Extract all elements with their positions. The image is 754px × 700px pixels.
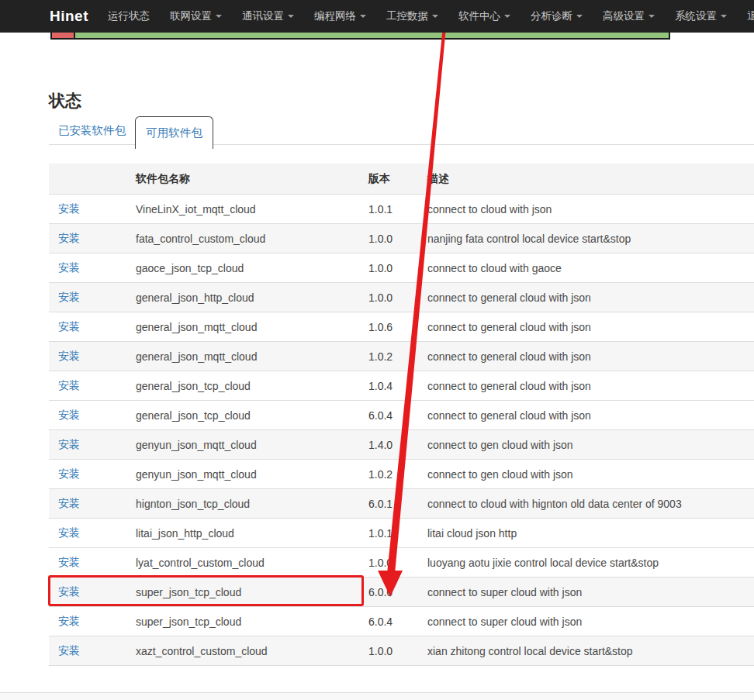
page-title: 状态 (49, 90, 81, 112)
cell-action: 安装 (49, 350, 136, 364)
caret-down-icon (288, 15, 294, 18)
cell-description: litai cloud json http (427, 527, 754, 540)
table-row-highlighted: 安装super_json_tcp_cloud6.0.6connect to su… (49, 578, 754, 607)
install-link[interactable]: 安装 (58, 379, 80, 391)
tab-installed-packages[interactable]: 已安装软件包 (58, 123, 126, 138)
table-row: 安装genyun_json_mqtt_cloud1.4.0connect to … (49, 430, 754, 460)
cell-package-name: genyun_json_mqtt_cloud (136, 439, 368, 451)
install-link[interactable]: 安装 (58, 497, 80, 509)
nav-item-label: 通讯设置 (242, 0, 284, 33)
install-link[interactable]: 安装 (58, 644, 80, 657)
cell-description: connect to general cloud with json (427, 380, 754, 392)
nav-item-label: 退出 (747, 0, 754, 33)
cell-package-name: litai_json_http_cloud (136, 527, 368, 540)
caret-down-icon (432, 15, 438, 18)
install-link[interactable]: 安装 (58, 526, 80, 539)
install-link[interactable]: 安装 (58, 438, 80, 450)
install-link[interactable]: 安装 (58, 232, 80, 244)
nav-item-系统设置[interactable]: 系统设置 (665, 0, 737, 33)
caret-down-icon (576, 15, 583, 18)
cell-version: 1.0.1 (368, 203, 427, 216)
nav-item-label: 编程网络 (314, 0, 356, 33)
cell-action: 安装 (49, 644, 136, 658)
table-body: 安装VineLinX_iot_mqtt_cloud1.0.1connect to… (49, 195, 754, 666)
cell-description: luoyang aotu jixie control local device … (427, 557, 754, 569)
table-header-row: 软件包名称 版本 描述 (49, 164, 754, 195)
cell-version: 1.0.0 (368, 291, 427, 304)
cell-action: 安装 (49, 556, 136, 570)
cell-description: connect to cloud with json (427, 203, 754, 216)
caret-down-icon (504, 15, 510, 18)
caret-down-icon (649, 15, 655, 18)
install-link[interactable]: 安装 (58, 409, 80, 421)
nav-item-label: 软件中心 (458, 0, 500, 33)
install-link[interactable]: 安装 (58, 261, 80, 274)
cell-version: 6.0.4 (368, 616, 427, 628)
header-version: 版本 (368, 172, 427, 186)
install-link[interactable]: 安装 (58, 585, 80, 598)
table-row: 安装hignton_json_tcp_cloud6.0.1connect to … (49, 489, 754, 519)
cell-package-name: genyun_json_mqtt_cloud (136, 468, 368, 481)
install-link[interactable]: 安装 (58, 615, 80, 627)
table-row: 安装genyun_json_mqtt_cloud1.0.2connect to … (49, 460, 754, 489)
nav-item-编程网络[interactable]: 编程网络 (304, 0, 376, 33)
cell-package-name: hignton_json_tcp_cloud (136, 498, 368, 510)
cell-package-name: general_json_tcp_cloud (136, 409, 368, 422)
cell-action: 安装 (49, 585, 136, 599)
cell-action: 安装 (49, 615, 136, 629)
cell-description: connect to cloud with gaoce (427, 262, 754, 274)
nav-item-工控数据[interactable]: 工控数据 (376, 0, 448, 33)
nav-item-label: 分析诊断 (531, 0, 572, 33)
cell-action: 安装 (49, 526, 136, 540)
table-row: 安装gaoce_json_tcp_cloud1.0.0connect to cl… (49, 253, 754, 283)
cell-action: 安装 (49, 261, 136, 275)
cell-package-name: fata_control_custom_cloud (136, 233, 368, 245)
install-link[interactable]: 安装 (58, 467, 80, 480)
nav-item-通讯设置[interactable]: 通讯设置 (232, 0, 304, 33)
cell-action: 安装 (49, 291, 136, 305)
caret-down-icon (360, 15, 366, 18)
nav-item-分析诊断[interactable]: 分析诊断 (521, 0, 593, 33)
cell-package-name: xazt_control_custom_cloud (136, 645, 368, 657)
cell-description: connect to super cloud with json (427, 586, 754, 598)
table-row: 安装litai_json_http_cloud1.0.1litai cloud … (49, 519, 754, 548)
nav-item-软件中心[interactable]: 软件中心 (448, 0, 521, 33)
cell-version: 1.0.0 (368, 233, 427, 245)
nav-item-高级设置[interactable]: 高级设置 (593, 0, 665, 33)
install-link[interactable]: 安装 (58, 350, 80, 362)
cell-package-name: lyat_control_custom_cloud (136, 557, 368, 569)
cell-version: 1.4.0 (368, 439, 427, 451)
cell-action: 安装 (49, 438, 136, 452)
cell-package-name: super_json_tcp_cloud (136, 586, 368, 598)
cell-version: 1.0.6 (368, 321, 427, 333)
cell-package-name: gaoce_json_tcp_cloud (136, 262, 368, 274)
cell-description: connect to general cloud with json (427, 321, 754, 333)
header-name: 软件包名称 (136, 172, 368, 186)
cell-version: 1.0.2 (368, 350, 427, 363)
cell-version: 6.0.6 (368, 586, 427, 598)
nav-item-运行状态[interactable]: 运行状态 (98, 0, 160, 33)
nav-item-联网设置[interactable]: 联网设置 (160, 0, 232, 33)
cell-package-name: general_json_http_cloud (136, 291, 368, 304)
cell-description: connect to general cloud with json (427, 350, 754, 363)
cell-version: 6.0.1 (368, 498, 427, 510)
cell-action: 安装 (49, 232, 136, 246)
table-row: 安装general_json_tcp_cloud1.0.4connect to … (49, 371, 754, 401)
table-row: 安装VineLinX_iot_mqtt_cloud1.0.1connect to… (49, 195, 754, 224)
cell-action: 安装 (49, 320, 136, 334)
cell-description: nanjing fata control local device start&… (427, 233, 754, 245)
install-link[interactable]: 安装 (58, 556, 80, 568)
cell-description: connect to general cloud with json (427, 291, 754, 304)
table-row: 安装super_json_tcp_cloud6.0.4connect to su… (49, 607, 754, 636)
cell-action: 安装 (49, 497, 136, 511)
top-navbar: Hinet 运行状态联网设置通讯设置编程网络工控数据软件中心分析诊断高级设置系统… (0, 0, 754, 33)
install-link[interactable]: 安装 (58, 291, 80, 303)
nav-item-退出[interactable]: 退出 (737, 0, 754, 33)
cell-package-name: VineLinX_iot_mqtt_cloud (136, 203, 368, 216)
install-link[interactable]: 安装 (58, 320, 80, 333)
nav-item-label: 系统设置 (675, 0, 717, 33)
tab-available-packages[interactable]: 可用软件包 (135, 116, 213, 149)
install-link[interactable]: 安装 (58, 202, 80, 215)
brand-logo[interactable]: Hinet (50, 0, 88, 33)
table-row: 安装general_json_tcp_cloud6.0.4connect to … (49, 401, 754, 430)
